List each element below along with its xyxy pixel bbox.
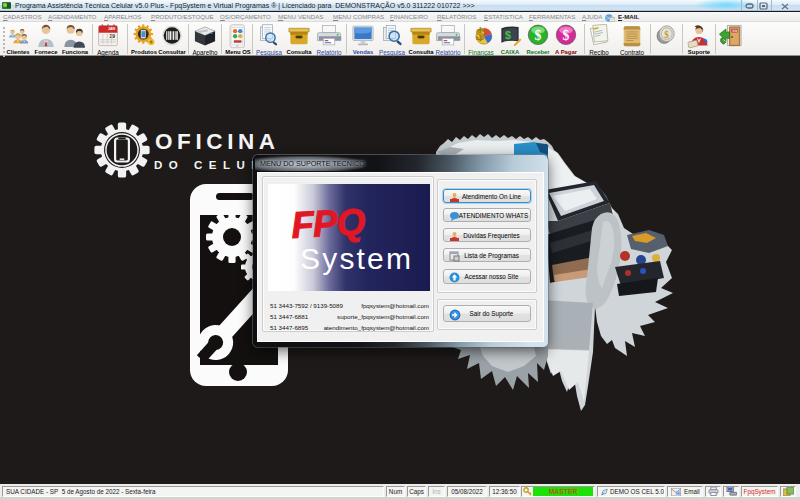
svg-text:$: $	[535, 28, 542, 43]
svg-text:$: $	[664, 30, 669, 40]
svg-text:JAN: JAN	[108, 27, 116, 31]
svg-text:System: System	[300, 242, 412, 275]
svg-text:@: @	[676, 490, 681, 495]
svg-text:EXIT: EXIT	[732, 29, 738, 33]
svg-text:$: $	[505, 29, 511, 41]
svg-text:$: $	[476, 25, 485, 44]
svg-text:29: 29	[110, 33, 116, 39]
svg-text:$: $	[563, 28, 570, 43]
svg-text:FPQ: FPQ	[290, 201, 366, 246]
svg-text:OFICINA: OFICINA	[155, 129, 280, 154]
